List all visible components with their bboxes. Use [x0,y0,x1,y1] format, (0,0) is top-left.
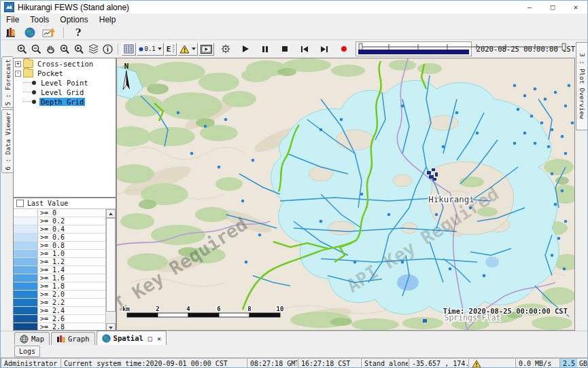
menu-tools[interactable]: Tools [24,14,54,25]
legend-row-label: >= 2.8 [38,323,105,331]
legend-row[interactable]: >= 0.8 [14,242,105,250]
legend-row[interactable]: >= 1.6 [14,274,105,282]
step-backward-button[interactable] [298,42,311,56]
step-forward-button[interactable] [317,42,331,56]
tab-map[interactable]: Map [14,332,50,345]
last-value-checkbox[interactable] [16,200,24,207]
legend-row-label: >= 0.4 [38,225,105,233]
legend-row[interactable]: >= 1.2 [14,258,105,266]
stop-button[interactable] [278,42,292,56]
warning-dropdown[interactable] [177,43,198,56]
layers-icon[interactable] [86,42,100,56]
legend-row[interactable]: >= 1.0 [14,250,105,258]
menu-options[interactable]: Options [54,14,93,25]
status-mode: Stand alone [361,358,409,368]
tree-item-depth-grid[interactable]: Depth Grid [14,98,116,106]
interval-dropdown[interactable]: 0.1 [137,43,164,56]
node-bullet-icon [32,81,36,85]
legend-swatch [14,266,38,274]
title-bar: Hikurangi FEWS (Stand alone) — □ ✕ [1,1,587,14]
maximize-button[interactable]: □ [541,1,564,14]
tree-item-pocket[interactable]: - Pocket [14,69,116,77]
zoom-next-icon[interactable] [72,42,86,56]
zoom-previous-icon[interactable] [58,42,71,56]
explorer-icon[interactable] [3,26,18,39]
tree-item-cross-section[interactable]: + Cross-section [14,60,116,68]
legend-row[interactable]: >= 0.4 [14,225,105,234]
legend-row[interactable]: >= 2.6 [14,315,105,323]
tab-data-viewer[interactable]: 6 : Data Viewer [1,109,14,173]
legend-row[interactable]: >= 2.0 [14,291,105,299]
scalebar-toggle-button[interactable]: E [165,43,177,56]
app-icon [4,2,14,12]
record-button[interactable] [337,42,351,56]
legend-swatch [14,307,38,314]
logs-row: Logs [1,345,588,357]
scroll-up-icon[interactable] [106,209,116,218]
tree-item-level-point[interactable]: Level Point [14,79,116,87]
legend-swatch [14,282,38,290]
pause-button[interactable] [258,42,272,56]
legend-swatch [14,225,38,233]
legend-swatch [14,234,38,241]
tree-item-level-grid[interactable]: Level Grid [14,88,116,96]
expand-icon[interactable]: + [15,61,21,67]
legend-row[interactable]: >= 2.4 [14,307,105,315]
legend-row-label: >= 2.6 [38,315,105,323]
zoom-in-icon[interactable] [15,42,29,56]
tab-plot-overview[interactable]: 3 : Plot Overview [576,42,588,130]
pan-icon[interactable] [44,42,57,56]
legend-row[interactable]: >= 0.6 [14,234,105,242]
legend-row-label: >= 2.4 [38,307,105,314]
legend-row[interactable]: >= 1.4 [14,266,105,274]
timeline-slider[interactable] [356,41,471,56]
info-icon[interactable] [101,42,114,56]
menu-file[interactable]: File [1,14,24,25]
logs-button[interactable]: Logs [14,346,40,357]
collapse-icon[interactable]: - [15,71,21,77]
legend-row[interactable]: >= 1.8 [14,282,105,291]
export-animation-icon[interactable] [219,42,232,56]
legend-swatch [14,274,38,282]
legend-row-label: >= 1.6 [38,274,105,282]
legend-swatch [14,258,38,265]
legend-row[interactable]: >= 2.2 [14,299,105,307]
legend-swatch [14,323,38,331]
bar-chart-icon [56,335,65,343]
tab-graph[interactable]: Graph [51,332,95,345]
legend-row-label: >= 2.0 [38,291,105,298]
status-warning-cell[interactable] [468,358,515,368]
status-transfer-rate: 0.0 MB/s [515,358,559,368]
legend-class-list: >= 0>= 0.2>= 0.4>= 0.6>= 0.8>= 1.0>= 1.2… [14,209,116,331]
legend-row-label: >= 0.8 [38,242,105,249]
minimize-button[interactable]: — [518,1,541,14]
svg-text:6: 6 [217,306,220,312]
menu-help[interactable]: Help [94,14,122,25]
legend-row[interactable]: >= 0.2 [14,217,105,225]
scrollbar-thumb[interactable] [106,218,116,312]
tab-forecast[interactable]: 5 : Forecast [1,56,14,108]
movie-player-button[interactable] [198,43,214,56]
chevron-down-icon [192,48,196,50]
legend-scrollbar[interactable] [105,209,116,331]
warning-icon [472,360,481,368]
close-button[interactable]: ✕ [564,1,587,14]
play-button[interactable] [239,42,252,56]
tab-spatial[interactable]: Spatial □ ✕ [97,331,167,345]
folder-icon [23,60,33,68]
tab-close-icon[interactable]: ✕ [157,335,161,342]
import-chart-icon[interactable] [41,26,56,39]
help-button[interactable]: ? [71,26,86,39]
tab-maximize-icon[interactable]: □ [148,335,152,342]
legend-swatch [14,242,38,249]
spatial-display-icon[interactable] [22,26,37,39]
zoom-out-icon[interactable] [29,42,43,56]
last-value-toggle[interactable]: Last Value [14,198,116,209]
map-canvas[interactable]: API Key Required API Key Required Hikura… [117,58,575,331]
legend-row[interactable]: >= 0 [14,209,105,217]
legend-row[interactable]: >= 2.8 [14,323,105,331]
chevron-down-icon [158,48,162,50]
scroll-down-icon[interactable] [106,323,116,331]
grid-toggle-button[interactable] [122,43,136,56]
legend-swatch [14,291,38,298]
